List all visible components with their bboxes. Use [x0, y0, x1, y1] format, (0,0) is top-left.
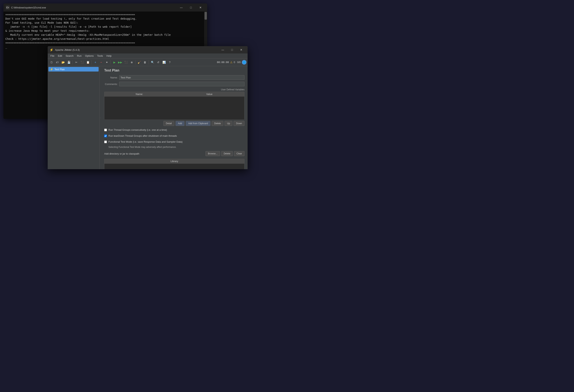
toolbar-start-button[interactable]: ▶	[112, 60, 117, 65]
toolbar-separator-4	[135, 60, 136, 64]
checkbox-teardown[interactable]	[104, 135, 107, 137]
toolbar-shutdown-button[interactable]: ⏺	[129, 60, 134, 65]
menu-options[interactable]: Options	[83, 54, 95, 58]
toolbar-wand-button[interactable]: ✦	[104, 60, 110, 65]
up-button[interactable]: Up	[225, 121, 232, 126]
variables-table-header: Name: Value	[104, 92, 244, 97]
classpath-actions: Browse... Delete Clear	[205, 151, 245, 156]
browse-button[interactable]: Browse...	[205, 151, 220, 156]
toolbar-stop-button[interactable]: ⬛	[123, 60, 129, 65]
checkbox-teardown-label: Run tearDown Thread Groups after shutdow…	[108, 134, 177, 137]
menu-tools[interactable]: Tools	[96, 54, 104, 58]
functional-mode-info: Selecting Functional Test Mode may adver…	[104, 146, 245, 148]
jmeter-maximize-button[interactable]: □	[228, 47, 236, 53]
jmeter-close-button[interactable]: ✕	[237, 47, 246, 53]
cmd-text: ========================================…	[5, 13, 205, 49]
checkbox-functional-label: Functional Test Mode (i.e. save Response…	[108, 140, 183, 143]
checkbox-consecutive-label: Run Thread Groups consecutively (i.e. on…	[108, 128, 167, 131]
toolbar-search-button[interactable]: 🔍	[150, 60, 155, 65]
name-label: Name:	[104, 76, 118, 79]
jmeter-window: ⚡ Apache JMeter (5.4.3) — □ ✕ File Edit …	[48, 46, 247, 169]
delete-classpath-button[interactable]: Delete	[221, 151, 233, 156]
menu-search[interactable]: Search	[64, 54, 75, 58]
menu-edit[interactable]: Edit	[56, 54, 64, 58]
down-button[interactable]: Down	[234, 121, 245, 126]
toolbar-separator-2	[91, 60, 92, 64]
comments-input[interactable]	[119, 82, 245, 86]
delete-button[interactable]: Delete	[212, 121, 223, 126]
toolbar-save-button[interactable]: 💾	[66, 60, 72, 65]
checkbox-row-2: Run tearDown Thread Groups after shutdow…	[104, 134, 245, 138]
cmd-window-controls: — □ ✕	[177, 5, 205, 10]
warning-icon: ⚠	[230, 61, 233, 64]
checkbox-consecutive[interactable]	[104, 129, 107, 131]
comments-label: Comments:	[104, 83, 118, 85]
content-panel: Test Plan Name: Comments: User Defined V…	[101, 66, 247, 169]
cmd-icon: C>	[6, 6, 10, 9]
name-input[interactable]	[119, 75, 245, 80]
checkbox-functional[interactable]	[104, 141, 107, 143]
name-row: Name:	[104, 75, 245, 80]
jmeter-icon: ⚡	[50, 48, 53, 52]
library-body	[104, 164, 244, 169]
content-title: Test Plan	[104, 68, 245, 72]
toolbar-status: 00:00:00 ⚠ 0 0/0 🌐	[217, 60, 246, 65]
jmeter-titlebar: ⚡ Apache JMeter (5.4.3) — □ ✕	[48, 46, 247, 53]
checkbox-row-1: Run Thread Groups consecutively (i.e. on…	[104, 128, 245, 132]
cmd-close-button[interactable]: ✕	[196, 5, 205, 10]
cmd-minimize-button[interactable]: —	[177, 5, 186, 10]
toolbar-help-button[interactable]: ?	[167, 60, 172, 65]
variables-table: Name: Value	[104, 92, 245, 120]
menu-help[interactable]: Help	[105, 54, 113, 58]
jmeter-main: ⚡ Test Plan ⋮ Test Plan Name: Comments: …	[48, 66, 247, 169]
toolbar-open-button[interactable]: 📂	[60, 60, 66, 65]
library-table: Library	[104, 159, 245, 169]
toolbar-clear-button[interactable]: 🧹	[137, 60, 142, 65]
test-plan-icon: ⚡	[50, 68, 53, 71]
toolbar-log-button[interactable]: 📊	[161, 60, 167, 65]
table-actions: Detail Add Add from Clipboard Delete Up …	[104, 121, 245, 126]
cmd-titlebar: C> C:\Windows\system32\cmd.exe — □ ✕	[3, 3, 207, 12]
add-button[interactable]: Add	[176, 121, 184, 126]
cmd-title: C:\Windows\system32\cmd.exe	[11, 6, 175, 9]
jmeter-menubar: File Edit Search Run Options Tools Help	[48, 53, 247, 59]
comments-row: Comments:	[104, 82, 245, 86]
checkbox-row-3: Functional Test Mode (i.e. save Response…	[104, 140, 245, 144]
toolbar-clear-all-button[interactable]: 🗑	[142, 60, 148, 65]
toolbar-add-button[interactable]: +	[93, 60, 98, 65]
add-from-clipboard-button[interactable]: Add from Clipboard	[186, 121, 210, 126]
cmd-scrollbar-thumb[interactable]	[205, 12, 207, 20]
classpath-row: Add directory or jar to classpath Browse…	[104, 150, 245, 157]
col-name-header: Name:	[104, 93, 174, 96]
toolbar-start-no-pause-button[interactable]: ▶▶	[118, 60, 123, 65]
tree-item-test-plan[interactable]: ⚡ Test Plan	[48, 67, 99, 72]
toolbar-paste-button[interactable]: 📋	[85, 60, 91, 65]
classpath-label: Add directory or jar to classpath	[104, 152, 139, 155]
timer-display: 00:00:00	[217, 61, 229, 64]
jmeter-window-controls: — □ ✕	[218, 47, 246, 53]
col-value-header: Value	[174, 93, 244, 96]
toolbar-remove-button[interactable]: −	[98, 60, 104, 65]
tree-item-label: Test Plan	[54, 68, 65, 71]
toolbar-cut-button[interactable]: ✂	[74, 60, 79, 65]
toolbar-new-button[interactable]: 🗋	[49, 60, 54, 65]
detail-button[interactable]: Detail	[164, 121, 174, 126]
toolbar-templates-button[interactable]: 🏷	[55, 60, 60, 65]
jmeter-minimize-button[interactable]: —	[218, 47, 227, 53]
toolbar-separator-1	[72, 60, 73, 64]
warning-count: 0 0/0	[234, 61, 241, 64]
toolbar-reset-button[interactable]: ↺	[156, 60, 161, 65]
variables-section: User Defined Variables Name: Value Detai…	[104, 88, 245, 126]
menu-run[interactable]: Run	[76, 54, 83, 58]
toolbar-copy-button[interactable]: ⬛	[79, 60, 85, 65]
menu-file[interactable]: File	[49, 54, 56, 58]
jmeter-toolbar: 🗋 🏷 📂 💾 ✂ ⬛ 📋 + − ✦ ▶ ▶▶ ⬛ ⏺ 🧹 🗑 🔍 ↺ 📊 ?…	[48, 59, 247, 66]
globe-button[interactable]: 🌐	[242, 60, 246, 65]
cmd-maximize-button[interactable]: □	[186, 5, 195, 10]
library-header: Library	[104, 159, 244, 164]
tree-panel: ⚡ Test Plan	[48, 66, 100, 169]
variables-table-body	[104, 97, 244, 120]
clear-button[interactable]: Clear	[234, 151, 245, 156]
user-defined-variables-label: User Defined Variables	[104, 88, 245, 91]
tree-resizer[interactable]: ⋮	[100, 66, 101, 169]
